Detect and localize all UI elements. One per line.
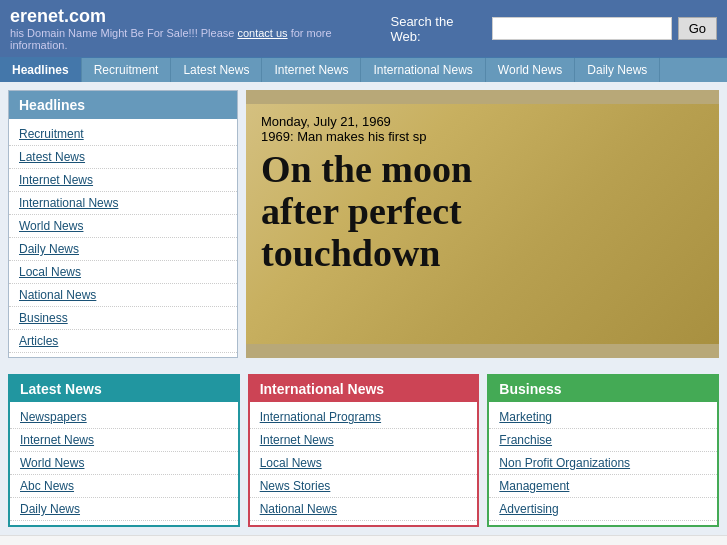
main-content: Headlines Recruitment Latest News Intern…: [0, 82, 727, 366]
list-item: Internet News: [10, 429, 238, 452]
nav-recruitment[interactable]: Recruitment: [82, 58, 172, 82]
list-item: Latest News: [9, 146, 237, 169]
link-local-news[interactable]: Local News: [9, 261, 237, 283]
link-internet-news-3[interactable]: Internet News: [250, 429, 478, 451]
list-item: News Stories: [250, 475, 478, 498]
link-marketing[interactable]: Marketing: [489, 406, 717, 428]
headlines-list: Recruitment Latest News Internet News In…: [9, 119, 237, 357]
link-daily-news-2[interactable]: Daily News: [10, 498, 238, 520]
nav-internet-news[interactable]: Internet News: [262, 58, 361, 82]
international-news-list: International Programs Internet News Loc…: [250, 402, 478, 525]
nav-international-news[interactable]: International News: [361, 58, 485, 82]
list-item: Daily News: [9, 238, 237, 261]
link-internet-news-2[interactable]: Internet News: [10, 429, 238, 451]
latest-news-col: Latest News Newspapers Internet News Wor…: [8, 374, 240, 527]
newspaper-subhead: 1969: Man makes his first sp: [261, 129, 704, 144]
list-item: Internet News: [9, 169, 237, 192]
site-title: erenet.com: [10, 6, 390, 27]
list-item: World News: [10, 452, 238, 475]
business-list: Marketing Franchise Non Profit Organizat…: [489, 402, 717, 525]
list-item: World News: [9, 215, 237, 238]
link-latest-news[interactable]: Latest News: [9, 146, 237, 168]
link-daily-news[interactable]: Daily News: [9, 238, 237, 260]
newspaper-image: Monday, July 21, 1969 1969: Man makes hi…: [246, 90, 719, 358]
list-item: International Programs: [250, 406, 478, 429]
link-internet-news[interactable]: Internet News: [9, 169, 237, 191]
list-item: Abc News: [10, 475, 238, 498]
link-non-profit[interactable]: Non Profit Organizations: [489, 452, 717, 474]
international-news-title: International News: [250, 376, 478, 402]
link-news-stories[interactable]: News Stories: [250, 475, 478, 497]
list-item: Business: [9, 307, 237, 330]
search-label: Search the Web:: [390, 14, 485, 44]
link-national-news-2[interactable]: National News: [250, 498, 478, 520]
nav-daily-news[interactable]: Daily News: [575, 58, 660, 82]
list-item: Management: [489, 475, 717, 498]
link-local-news-2[interactable]: Local News: [250, 452, 478, 474]
list-item: Franchise: [489, 429, 717, 452]
headlines-sidebar: Headlines Recruitment Latest News Intern…: [8, 90, 238, 358]
list-item: Local News: [9, 261, 237, 284]
link-newspapers[interactable]: Newspapers: [10, 406, 238, 428]
link-advertising[interactable]: Advertising: [489, 498, 717, 520]
latest-news-title: Latest News: [10, 376, 238, 402]
link-business[interactable]: Business: [9, 307, 237, 329]
tagline-text: his Domain Name Might Be For Sale!!! Ple…: [10, 27, 234, 39]
nav-bar: Headlines Recruitment Latest News Intern…: [0, 57, 727, 82]
list-item: Recruitment: [9, 123, 237, 146]
list-item: Newspapers: [10, 406, 238, 429]
link-abc-news[interactable]: Abc News: [10, 475, 238, 497]
list-item: International News: [9, 192, 237, 215]
link-franchise[interactable]: Franchise: [489, 429, 717, 451]
search-input[interactable]: [492, 17, 672, 40]
latest-news-list: Newspapers Internet News World News Abc …: [10, 402, 238, 525]
newspaper-headline: On the moonafter perfecttouchdown: [261, 149, 704, 274]
list-item: Local News: [250, 452, 478, 475]
list-item: Internet News: [250, 429, 478, 452]
international-news-col: International News International Program…: [248, 374, 480, 527]
link-national-news[interactable]: National News: [9, 284, 237, 306]
newspaper-date: Monday, July 21, 1969: [261, 114, 704, 129]
bottom-section: Latest News Newspapers Internet News Wor…: [0, 366, 727, 535]
go-button[interactable]: Go: [678, 17, 717, 40]
link-international-programs[interactable]: International Programs: [250, 406, 478, 428]
list-item: National News: [250, 498, 478, 521]
header: erenet.com his Domain Name Might Be For …: [0, 0, 727, 57]
list-item: National News: [9, 284, 237, 307]
nav-headlines[interactable]: Headlines: [0, 58, 82, 82]
business-col: Business Marketing Franchise Non Profit …: [487, 374, 719, 527]
list-item: Articles: [9, 330, 237, 353]
list-item: Non Profit Organizations: [489, 452, 717, 475]
link-international-news[interactable]: International News: [9, 192, 237, 214]
link-world-news-2[interactable]: World News: [10, 452, 238, 474]
nav-world-news[interactable]: World News: [486, 58, 575, 82]
list-item: Advertising: [489, 498, 717, 521]
list-item: Marketing: [489, 406, 717, 429]
link-recruitment[interactable]: Recruitment: [9, 123, 237, 145]
newspaper-content: Monday, July 21, 1969 1969: Man makes hi…: [246, 104, 719, 344]
business-title: Business: [489, 376, 717, 402]
link-management[interactable]: Management: [489, 475, 717, 497]
nav-latest-news[interactable]: Latest News: [171, 58, 262, 82]
header-left: erenet.com his Domain Name Might Be For …: [10, 6, 390, 51]
list-item: Daily News: [10, 498, 238, 521]
tagline: his Domain Name Might Be For Sale!!! Ple…: [10, 27, 390, 51]
search-area: Search the Web: Go: [390, 14, 717, 44]
link-articles[interactable]: Articles: [9, 330, 237, 352]
link-world-news[interactable]: World News: [9, 215, 237, 237]
footer: ©2011 erenet.com All rights reserved.: [0, 535, 727, 545]
headlines-title: Headlines: [9, 91, 237, 119]
contact-link[interactable]: contact us: [237, 27, 287, 39]
